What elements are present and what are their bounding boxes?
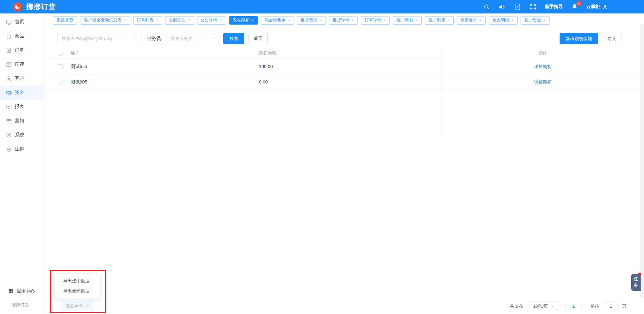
column-header-ops: 操作	[442, 50, 644, 56]
app-logo: 挪挪订货	[13, 2, 56, 11]
close-icon[interactable]: ×	[384, 19, 386, 23]
adjust-opening-link[interactable]: 调整期初	[534, 79, 552, 84]
sidebar-item-home[interactable]: 首页	[0, 15, 43, 29]
document-icon	[6, 47, 12, 53]
open-tabs-bar: 系统首页 客户资金变动汇总表× 订单列表× 全部公告× 公告详情× 应收期初× …	[43, 13, 644, 25]
sidebar-item-marketing[interactable]: 营销	[0, 114, 43, 128]
tab-customer-fund-summary[interactable]: 客户资金变动汇总表×	[80, 16, 130, 25]
batch-export-button[interactable]: 批量导出	[62, 301, 93, 311]
tab-order-detail[interactable]: 订单详情×	[361, 16, 390, 25]
pagination: 共 2 条 10条/页 ‹ 1 › 前往 页	[510, 302, 627, 311]
select-all-checkbox[interactable]	[58, 51, 63, 56]
tab-customer-audit[interactable]: 客户审核×	[393, 16, 422, 25]
app-center-button[interactable]: 应用中心	[0, 284, 43, 298]
cell-balance: 100.00	[259, 64, 442, 69]
sidebar-item-inventory[interactable]: 库存	[0, 57, 43, 71]
export-all-item[interactable]: 导出全部数据	[55, 286, 100, 296]
sidebar-item-funds[interactable]: 资金	[0, 85, 43, 100]
sidebar-item-label: 系统	[15, 132, 24, 138]
tab-income-expense-detail[interactable]: 收支明细×	[489, 16, 518, 25]
scrollbar-track[interactable]	[640, 24, 644, 298]
app-title: 挪挪订货	[26, 2, 56, 11]
close-icon[interactable]: ×	[156, 19, 158, 23]
bag-icon	[6, 33, 12, 39]
table-row: 测试805 0.00 调整期初	[43, 74, 644, 90]
tab-return-detail[interactable]: 退货详情×	[329, 16, 358, 25]
next-page-button[interactable]: ›	[580, 304, 583, 309]
row-checkbox[interactable]	[58, 80, 63, 84]
chart-board-icon	[6, 104, 12, 110]
widget-x-icon[interactable]	[514, 3, 521, 10]
sidebar-item-label: 生鲜	[15, 146, 24, 152]
search-icon[interactable]	[483, 3, 490, 10]
close-icon[interactable]: ×	[512, 19, 514, 23]
footer-bar: 共 2 条 10条/页 ‹ 1 › 前往 页	[43, 298, 644, 314]
sidebar-item-fresh[interactable]: 生鲜	[0, 142, 43, 156]
goto-page-input[interactable]	[604, 302, 617, 311]
export-selected-item[interactable]: 导出选中数据	[55, 276, 100, 286]
filter-bar: ··· 业务员: ··· 搜索 重置	[57, 33, 268, 44]
tab-label: 应收期初	[233, 18, 250, 23]
sidebar-item-label: 客户	[15, 75, 24, 81]
home-icon	[6, 19, 12, 25]
prev-page-button[interactable]: ‹	[564, 304, 567, 309]
column-header-balance: 期初余额	[259, 50, 442, 56]
tab-view-customer[interactable]: 查看客户×	[457, 16, 486, 25]
tab-label: 系统首页	[56, 18, 73, 23]
tab-customer-funds[interactable]: 客户资金×	[521, 16, 550, 25]
current-page-button[interactable]: 1	[572, 304, 575, 309]
reset-button[interactable]: 重置	[248, 33, 268, 44]
app-center-label: 应用中心	[16, 288, 35, 294]
adjust-opening-link[interactable]: 调整期初	[534, 64, 552, 69]
sidebar-item-reports[interactable]: 报表	[0, 100, 43, 114]
sidebar: 首页 商品 订单 库存 客户	[0, 13, 43, 314]
salesman-label: 业务员:	[147, 36, 162, 42]
close-icon[interactable]: ×	[220, 19, 222, 23]
tab-all-announcements[interactable]: 全部公告×	[165, 16, 194, 25]
row-checkbox[interactable]	[58, 64, 63, 69]
guide-link[interactable]: 新手指导	[545, 4, 563, 10]
import-button[interactable]: 导入	[602, 33, 621, 44]
logo-icon	[13, 2, 22, 11]
tab-system-home[interactable]: 系统首页	[53, 16, 77, 25]
customer-search-input[interactable]	[57, 33, 142, 44]
account-menu[interactable]: 云掌柜	[586, 4, 608, 10]
search-button[interactable]: 搜索	[223, 33, 244, 44]
table-row: 测试test 100.00 调整期初	[43, 59, 644, 74]
tab-label: 客户资金变动汇总表	[84, 18, 122, 23]
tab-order-list[interactable]: 订单列表×	[133, 16, 162, 25]
tab-add-sales-order[interactable]: 添加销售单×	[261, 16, 294, 25]
close-icon[interactable]: ×	[288, 19, 290, 23]
sidebar-item-customers[interactable]: 客户	[0, 71, 43, 85]
speaker-icon[interactable]	[498, 3, 506, 10]
close-icon[interactable]: ×	[416, 19, 418, 23]
close-icon[interactable]: ×	[543, 19, 546, 23]
tab-customer-list[interactable]: 客户列表×	[425, 16, 454, 25]
sidebar-item-label: 报表	[15, 104, 24, 110]
close-icon[interactable]: ×	[480, 19, 482, 23]
sidebar-item-goods[interactable]: 商品	[0, 29, 43, 43]
balance-table: 客户 期初余额 操作 测试test 100.00 调整期初 测试805 0.00…	[43, 47, 644, 90]
close-icon[interactable]: ×	[188, 19, 190, 23]
more-dots-icon[interactable]: ···	[211, 36, 216, 41]
sidebar-item-system[interactable]: 系统	[0, 128, 43, 142]
add-opening-balance-button[interactable]: 新增期初余额	[560, 33, 598, 44]
close-icon[interactable]: ×	[124, 19, 126, 23]
notification-bell-icon[interactable]: 0	[571, 3, 578, 10]
box-icon	[6, 62, 12, 67]
close-icon[interactable]: ×	[320, 19, 322, 23]
close-icon[interactable]: ×	[252, 19, 254, 23]
tab-receivable-opening[interactable]: 应收期初×	[229, 16, 258, 25]
tab-announcement-detail[interactable]: 公告详情×	[197, 16, 226, 25]
close-icon[interactable]: ×	[352, 19, 354, 23]
more-dots-icon[interactable]: ···	[134, 36, 139, 41]
sidebar-item-orders[interactable]: 订单	[0, 43, 43, 57]
fullscreen-icon[interactable]	[529, 3, 537, 10]
tab-return-management[interactable]: 退货管理×	[297, 16, 326, 25]
sidebar-item-label: 首页	[15, 19, 24, 25]
tab-label: 退货管理	[301, 18, 317, 23]
bowl-icon	[6, 146, 12, 152]
task-floating-button[interactable]: 任 务	[631, 274, 641, 291]
close-icon[interactable]: ×	[448, 19, 450, 23]
page-size-select[interactable]: 10条/页	[528, 302, 559, 311]
